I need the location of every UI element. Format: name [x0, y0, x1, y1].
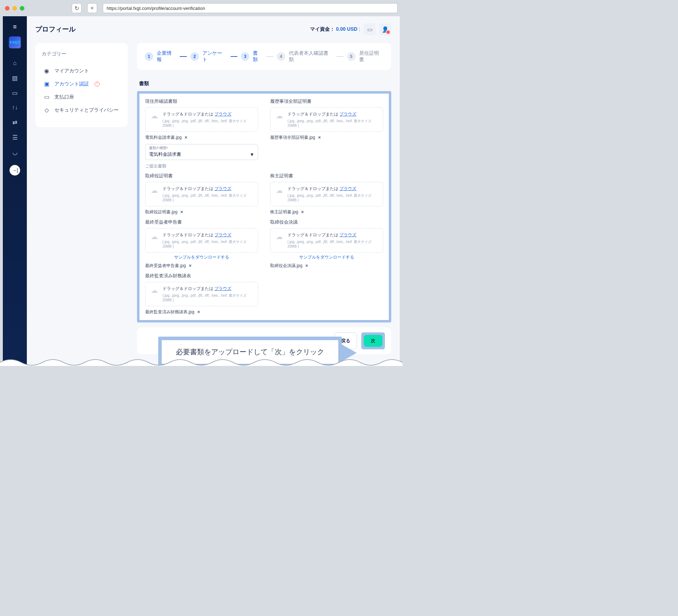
menu-toggle-icon[interactable]: ≡ — [13, 23, 17, 31]
cat-item-payment-account[interactable]: ▭ 支払口座 — [42, 90, 121, 103]
shield-icon: ◇ — [43, 107, 50, 113]
step-1[interactable]: 1企業情報 — [145, 50, 176, 63]
stepper: 1企業情報 2アンケート 3書類 4代表者本人確認書類 5居住証明書 — [137, 43, 391, 70]
cloud-upload-icon: ☁ — [150, 111, 159, 120]
upload-dropzone[interactable]: ☁ ドラッグ＆ドロップまたは ブラウズ (.jpg, .jpeg, .png, … — [270, 107, 383, 132]
upload-block-title: 取締役証明書 — [145, 173, 258, 179]
upload-dropzone[interactable]: ☁ ドラッグ＆ドロップまたは ブラウズ (.jpg, .jpeg, .png, … — [270, 228, 383, 253]
page-title: プロフィール — [35, 25, 310, 34]
brand-logo[interactable]: FXGT — [9, 36, 21, 48]
alert-icon: ! — [95, 82, 100, 87]
cat-item-my-account[interactable]: ◉ マイアカウント — [42, 64, 121, 77]
upload-block-title: 株主証明書 — [270, 173, 383, 179]
remove-file-icon[interactable]: ✕ — [184, 135, 188, 140]
dropzone-hint: (.jpg, .jpeg, .png, .pdf, .jfif, .tiff, … — [162, 239, 254, 249]
id-card-icon: ▣ — [43, 81, 50, 87]
profile-button[interactable]: 👤 — [379, 23, 391, 35]
remove-file-icon[interactable]: ✕ — [189, 263, 192, 268]
minimize-window-dot[interactable] — [12, 6, 17, 11]
nav-partners-icon[interactable]: ◡ — [9, 147, 20, 158]
dropzone-text: ドラッグ＆ドロップまたは ブラウズ — [162, 186, 254, 192]
nav-list-icon[interactable]: ☰ — [9, 132, 20, 143]
upload-block-title: 現住所確認書類 — [145, 99, 258, 105]
cat-item-security-privacy[interactable]: ◇ セキュリティとプライバシー — [42, 103, 121, 117]
step-4[interactable]: 4代表者本人確認書類 — [277, 50, 333, 63]
upload-block: 最終監査済み財務諸表 ☁ ドラッグ＆ドロップまたは ブラウズ (.jpg, .j… — [145, 273, 258, 315]
card-icon: ▭ — [43, 94, 50, 100]
dropzone-text: ドラッグ＆ドロップまたは ブラウズ — [162, 111, 254, 117]
next-button[interactable]: 次 — [364, 335, 382, 347]
next-button-highlight: 次 — [361, 332, 385, 349]
my-funds-amount: 0.00 USD — [336, 26, 357, 32]
dropzone-text: ドラッグ＆ドロップまたは ブラウズ — [287, 232, 379, 238]
dropzone-hint: (.jpg, .jpeg, .png, .pdf, .jfif, .tiff, … — [287, 119, 379, 128]
inbox-button[interactable]: ▭ — [364, 23, 376, 35]
torn-edge-decoration — [0, 355, 403, 366]
uploaded-file-row: 電気料金請求書.jpg✕ — [145, 135, 258, 141]
nav-wallet-icon[interactable]: ▭ — [9, 87, 20, 99]
browse-link[interactable]: ブラウズ — [339, 112, 356, 117]
remove-file-icon[interactable]: ✕ — [180, 210, 183, 214]
nav-home-icon[interactable]: ⌂ — [9, 58, 20, 69]
dropzone-text: ドラッグ＆ドロップまたは ブラウズ — [287, 186, 379, 192]
reload-button[interactable]: ↻ — [72, 3, 82, 13]
uploaded-file-name: 最終監査済み財務諸表.jpg — [145, 309, 194, 315]
user-circle-icon: ◉ — [43, 67, 50, 74]
cloud-upload-icon: ☁ — [275, 186, 284, 195]
maximize-window-dot[interactable] — [20, 6, 24, 11]
category-title: カテゴリー — [42, 51, 121, 57]
traffic-lights — [5, 6, 24, 11]
browse-link[interactable]: ブラウズ — [214, 232, 231, 237]
upload-highlight-area: 現住所確認書類 ☁ ドラッグ＆ドロップまたは ブラウズ (.jpg, .jpeg… — [137, 91, 391, 322]
section-title-documents: 書類 — [139, 81, 391, 87]
browse-link[interactable]: ブラウズ — [214, 286, 231, 291]
upload-block: 取締役証明書 ☁ ドラッグ＆ドロップまたは ブラウズ (.jpg, .jpeg,… — [145, 173, 258, 215]
uploaded-file-row: 最終監査済み財務諸表.jpg✕ — [145, 309, 258, 315]
remove-file-icon[interactable]: ✕ — [197, 310, 200, 314]
dropzone-text: ドラッグ＆ドロップまたは ブラウズ — [287, 111, 379, 117]
browse-link[interactable]: ブラウズ — [214, 112, 231, 117]
upload-dropzone[interactable]: ☁ ドラッグ＆ドロップまたは ブラウズ (.jpg, .jpeg, .png, … — [145, 282, 258, 306]
uploaded-file-name: 履歴事項全部証明書.jpg — [270, 135, 315, 141]
browse-link[interactable]: ブラウズ — [339, 186, 356, 191]
browse-link[interactable]: ブラウズ — [214, 186, 231, 191]
upload-dropzone[interactable]: ☁ ドラッグ＆ドロップまたは ブラウズ (.jpg, .jpeg, .png, … — [270, 182, 383, 206]
uploaded-file-row: 取締役会決議.jpg✕ — [270, 263, 383, 269]
remove-file-icon[interactable]: ✕ — [318, 135, 321, 140]
uploaded-file-name: 最終受益者申告書.jpg — [145, 263, 186, 269]
browse-link[interactable]: ブラウズ — [339, 232, 356, 237]
dropzone-hint: (.jpg, .jpeg, .png, .pdf, .jfif, .tiff, … — [287, 193, 379, 202]
upload-block-title: 最終監査済み財務諸表 — [145, 273, 258, 279]
upload-block: 履歴事項全部証明書 ☁ ドラッグ＆ドロップまたは ブラウズ (.jpg, .jp… — [270, 99, 383, 169]
document-type-select[interactable]: 書類の種類* 電気料金請求書▼ — [145, 144, 258, 160]
submit-note: ご提出書類 — [145, 164, 258, 169]
upload-dropzone[interactable]: ☁ ドラッグ＆ドロップまたは ブラウズ (.jpg, .jpeg, .png, … — [145, 228, 258, 253]
step-5[interactable]: 5居住証明書 — [347, 50, 383, 63]
download-sample-link[interactable]: サンプルをダウンロードする — [145, 255, 258, 260]
step-3[interactable]: 3書類 — [241, 50, 263, 63]
cloud-upload-icon: ☁ — [150, 232, 159, 241]
close-window-dot[interactable] — [5, 6, 10, 11]
nav-transfer-icon[interactable]: ↑↓ — [9, 102, 20, 113]
remove-file-icon[interactable]: ✕ — [305, 263, 308, 268]
uploaded-file-name: 取締役会決議.jpg — [270, 263, 302, 269]
dropzone-hint: (.jpg, .jpeg, .png, .pdf, .jfif, .tiff, … — [162, 193, 254, 202]
download-sample-link[interactable]: サンプルをダウンロードする — [270, 255, 383, 260]
my-funds-label: マイ資金： 0.00 USD | — [310, 26, 360, 32]
upload-dropzone[interactable]: ☁ ドラッグ＆ドロップまたは ブラウズ (.jpg, .jpeg, .png, … — [145, 182, 258, 206]
uploaded-file-name: 電気料金請求書.jpg — [145, 135, 182, 141]
url-bar[interactable]: https://portal.fxgt.com/profile/account-… — [103, 3, 398, 13]
step-2[interactable]: 2アンケート — [190, 50, 227, 63]
upload-block: 株主証明書 ☁ ドラッグ＆ドロップまたは ブラウズ (.jpg, .jpeg, … — [270, 173, 383, 215]
new-tab-button[interactable]: + — [87, 3, 97, 13]
uploaded-file-row: 取締役証明書.jpg✕ — [145, 209, 258, 215]
nav-expand-button[interactable]: →| — [10, 165, 20, 176]
nav-swap-icon[interactable]: ⇄ — [9, 117, 20, 128]
cloud-upload-icon: ☁ — [275, 111, 284, 120]
uploaded-file-row: 履歴事項全部証明書.jpg✕ — [270, 135, 383, 141]
cat-item-account-verification[interactable]: ▣ アカウント認証 ! — [42, 77, 121, 90]
nav-chart-icon[interactable]: ▧ — [9, 72, 20, 84]
upload-dropzone[interactable]: ☁ ドラッグ＆ドロップまたは ブラウズ (.jpg, .jpeg, .png, … — [145, 107, 258, 132]
remove-file-icon[interactable]: ✕ — [301, 210, 304, 214]
upload-block-title: 履歴事項全部証明書 — [270, 99, 383, 105]
